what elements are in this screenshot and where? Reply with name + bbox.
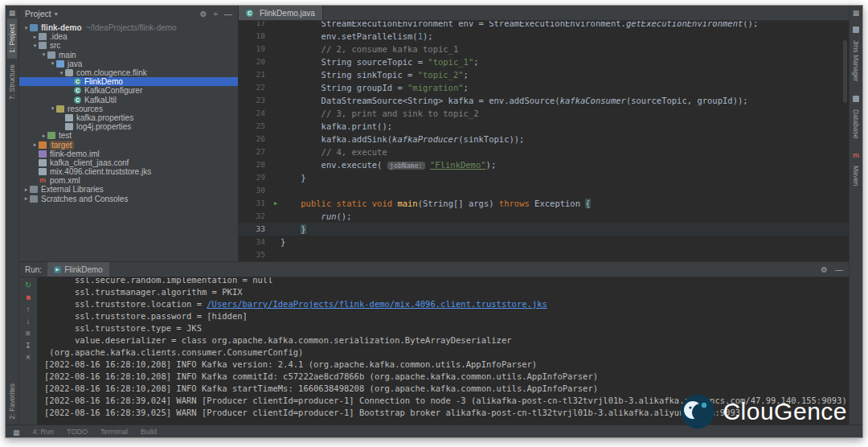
tree-item-mix-4096-client-truststore-jks[interactable]: mix.4096.client.truststore.jks xyxy=(19,167,238,176)
status-item-todo[interactable]: TODO xyxy=(67,428,88,436)
chevron-down-icon[interactable]: ▾ xyxy=(55,10,58,18)
code-line-29[interactable]: 29 } xyxy=(239,171,849,184)
tree-item-resources[interactable]: ▾resources xyxy=(19,105,238,113)
line-number: 20 xyxy=(239,55,271,68)
chevron-right-icon[interactable]: ▸ xyxy=(31,141,39,148)
code-line-21[interactable]: 21 String sinkTopic = "topic_2"; xyxy=(239,68,849,81)
project-panel-header-icons: ⚙÷— xyxy=(200,10,232,18)
tree-item-target[interactable]: ▸target xyxy=(19,140,238,149)
clear-icon[interactable]: × xyxy=(26,353,31,362)
settings-icon[interactable]: ⚙ xyxy=(200,10,207,18)
tool-strip-item-2-favorites[interactable]: 2: Favorites xyxy=(7,378,17,424)
code-token: env.execute( xyxy=(280,160,387,170)
scroll-to-end-icon[interactable]: ↧ xyxy=(25,341,31,350)
run-panel-title: Run: xyxy=(25,265,42,274)
code-token: "FlinkDemo" xyxy=(430,160,486,170)
run-tab[interactable]: ▶ FlinkDemo xyxy=(47,262,109,277)
tree-item-idea[interactable]: ▸.idea xyxy=(19,32,238,41)
stop-icon[interactable]: ■ xyxy=(26,293,31,301)
chevron-down-icon[interactable]: ▾ xyxy=(23,25,30,31)
code-text xyxy=(280,248,849,261)
chevron-right-icon[interactable]: ▸ xyxy=(31,34,39,40)
code-text: kafka.addSink(kafkaProducer(sinkTopic)); xyxy=(280,133,849,146)
chevron-down-icon[interactable]: ▾ xyxy=(58,70,65,76)
tool-strip-item-maven[interactable]: mMaven xyxy=(851,152,861,192)
tree-item-kafka-client-jaas-conf[interactable]: kafka_client_jaas.conf xyxy=(19,158,238,167)
settings-icon[interactable]: ⚙ xyxy=(821,265,828,274)
chevron-down-icon[interactable]: ▾ xyxy=(31,43,39,49)
tool-windows-icon[interactable]: ▦ xyxy=(853,6,860,18)
gutter-spacer xyxy=(271,43,280,55)
tool-strip-item-jms-manager[interactable]: Jms Manager xyxy=(851,27,861,88)
project-panel-title[interactable]: Project xyxy=(25,9,51,18)
tool-strip-item-1-project[interactable]: 1: Project xyxy=(7,18,17,59)
code-line-20[interactable]: 20 String sourceTopic = "topic_1"; xyxy=(239,55,849,68)
tree-item-com-clougence-flink[interactable]: ▾com.clougence.flink xyxy=(19,68,238,77)
tree-item-external-libraries[interactable]: ▸External Libraries xyxy=(19,185,238,194)
code-line-19[interactable]: 19 // 2, consume kafka topic_1 xyxy=(239,43,849,55)
tree-item-kafkautil[interactable]: CKafkaUtil xyxy=(19,96,238,105)
tab-label: FlinkDemo.java xyxy=(260,9,315,18)
code-line-25[interactable]: 25 kafka.print(); xyxy=(239,120,849,133)
scroll-up-icon[interactable]: ↑ xyxy=(27,305,31,314)
tree-item-kafkaconfigurer[interactable]: CKafkaConfigurer xyxy=(19,86,238,95)
tree-item-flink-demo[interactable]: ▾flink-demo~/IdeaProjects/flink-demo xyxy=(19,23,238,32)
tree-item-src[interactable]: ▾src xyxy=(19,41,238,50)
code-editor[interactable]: 17 StreamExecutionEnvironment env = Stre… xyxy=(239,21,849,261)
tool-windows-icon[interactable]: ▦ xyxy=(9,6,16,18)
tree-item-log4j-properties[interactable]: log4j.properties xyxy=(19,122,238,131)
code-line-26[interactable]: 26 kafka.addSink(kafkaProducer(sinkTopic… xyxy=(239,133,849,146)
chevron-right-icon[interactable]: ▸ xyxy=(23,187,30,193)
code-token: throws xyxy=(499,199,530,208)
chevron-down-icon[interactable]: ▾ xyxy=(49,105,56,112)
code-line-22[interactable]: 22 String groupId = "migration"; xyxy=(239,81,849,94)
tree-item-pom-xml[interactable]: mpom.xml xyxy=(19,176,238,185)
tree-item-main[interactable]: ▾main xyxy=(19,51,238,59)
chevron-down-icon[interactable]: ▾ xyxy=(49,60,56,67)
tree-item-scratches-and-consoles[interactable]: ▸Scratches and Consoles xyxy=(19,195,238,203)
editor-scrollbar[interactable] xyxy=(843,40,847,103)
collapse-all-icon[interactable]: ÷ xyxy=(214,10,219,18)
run-line-icon[interactable]: ▶ xyxy=(271,197,280,210)
console-line: value.deserializer = class org.apache.ka… xyxy=(44,334,849,347)
line-number: 19 xyxy=(239,43,271,55)
console-token-link[interactable]: /Users/barry/IdeaProjects/flink-demo/mix… xyxy=(207,299,547,309)
hide-icon[interactable]: — xyxy=(224,10,232,18)
code-token: ; xyxy=(473,57,478,67)
line-number: 22 xyxy=(239,81,271,94)
code-line-27[interactable]: 27 // 4, execute xyxy=(239,146,849,158)
scroll-down-icon[interactable]: ↓ xyxy=(27,317,31,326)
code-line-33[interactable]: 33 } xyxy=(239,223,849,236)
chevron-down-icon[interactable]: ▾ xyxy=(40,51,47,58)
tree-item-flink-demo-iml[interactable]: flink-demo.iml xyxy=(19,150,238,158)
status-item-terminal[interactable]: Terminal xyxy=(100,428,128,436)
code-line-17[interactable]: 17 StreamExecutionEnvironment env = Stre… xyxy=(239,21,849,30)
code-token xyxy=(280,224,301,234)
console-token: [2022-08-16 16:28:39,025] WARN [Producer… xyxy=(44,408,740,417)
soft-wrap-icon[interactable]: ≡ xyxy=(26,329,31,338)
line-number: 18 xyxy=(239,30,271,43)
code-line-32[interactable]: 32 run(); xyxy=(239,210,849,223)
tool-strip-item-database[interactable]: Database xyxy=(851,96,861,144)
chevron-right-icon[interactable]: ▸ xyxy=(40,133,47,139)
chevron-right-icon[interactable]: ▸ xyxy=(23,195,30,202)
status-item-build[interactable]: Build xyxy=(141,428,157,436)
code-line-23[interactable]: 23 DataStreamSource<String> kafka = env.… xyxy=(239,94,849,107)
tool-strip-item-7-structure[interactable]: 7: Structure xyxy=(7,59,17,105)
tool-windows-icon[interactable]: ▦ xyxy=(13,425,20,438)
rerun-icon[interactable]: ↻ xyxy=(25,281,31,289)
status-item-4-run[interactable]: 4: Run xyxy=(33,428,55,436)
code-line-18[interactable]: 18 env.setParallelism(1); xyxy=(239,30,849,43)
code-line-35[interactable]: 35 xyxy=(239,248,849,261)
hide-icon[interactable]: — xyxy=(835,265,843,274)
code-line-24[interactable]: 24 // 3, print and sink to topic_2 xyxy=(239,107,849,120)
tree-item-flinkdemo[interactable]: CFlinkDemo xyxy=(19,77,238,86)
tree-item-test[interactable]: ▸test xyxy=(19,131,238,140)
code-line-31[interactable]: 31▶ public static void main(String[] arg… xyxy=(239,197,849,210)
code-line-30[interactable]: 30 xyxy=(239,184,849,197)
editor-tab-flinkdemo-java[interactable]: CFlinkDemo.java xyxy=(239,6,323,20)
code-line-28[interactable]: 28 env.execute( jobName: "FlinkDemo"); xyxy=(239,158,849,171)
code-line-34[interactable]: 34} xyxy=(239,236,849,248)
tree-item-kafka-properties[interactable]: kafka.properties xyxy=(19,113,238,122)
tree-item-java[interactable]: ▾java xyxy=(19,59,238,68)
